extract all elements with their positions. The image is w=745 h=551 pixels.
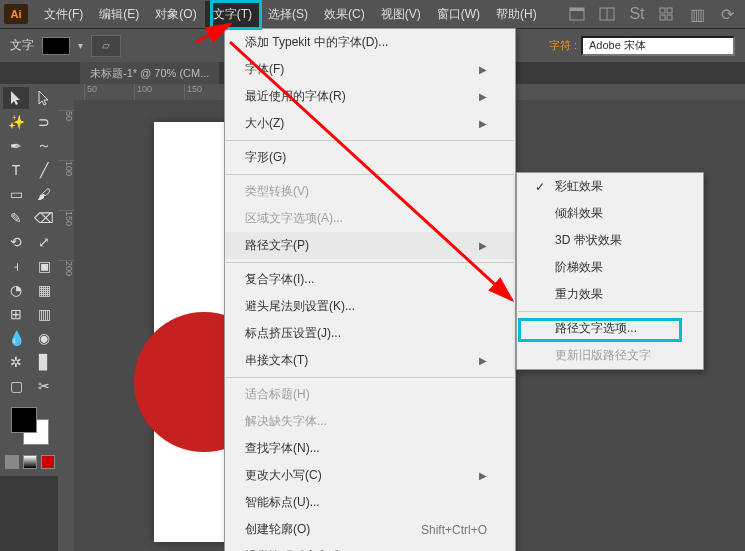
- grid-icon[interactable]: [657, 5, 677, 23]
- document-tab[interactable]: 未标题-1* @ 70% (CM...: [80, 62, 219, 85]
- pencil-tool[interactable]: ✎: [3, 207, 29, 229]
- menu-item-label: 查找字体(N)...: [245, 440, 320, 457]
- submenu-item-label: 彩虹效果: [555, 178, 685, 195]
- ruler-tick: 100: [58, 160, 74, 210]
- menu-item-label: 字体(F): [245, 61, 284, 78]
- menubar-item[interactable]: 窗口(W): [429, 1, 488, 28]
- character-panel-label[interactable]: 字符 :: [549, 38, 577, 53]
- artboard-tool[interactable]: ▢: [3, 375, 29, 397]
- draw-inside[interactable]: [41, 455, 55, 469]
- svg-rect-5: [667, 8, 672, 13]
- menubar-item[interactable]: 选择(S): [260, 1, 316, 28]
- font-family-select[interactable]: [581, 36, 735, 56]
- lasso-tool[interactable]: ⊃: [31, 111, 57, 133]
- menu-separator: [226, 262, 514, 263]
- fill-color[interactable]: [11, 407, 37, 433]
- draw-behind[interactable]: [23, 455, 37, 469]
- menu-item[interactable]: 创建轮廓(O)Shift+Ctrl+O: [225, 516, 515, 543]
- menu-item[interactable]: 标点挤压设置(J)...: [225, 320, 515, 347]
- selection-tool[interactable]: [3, 87, 29, 109]
- width-tool[interactable]: ⫞: [3, 255, 29, 277]
- menubar-item[interactable]: 编辑(E): [91, 1, 147, 28]
- menu-item[interactable]: 视觉边距对齐方式(M): [225, 543, 515, 551]
- stock-icon[interactable]: St: [627, 5, 647, 23]
- perspective-tool[interactable]: ▦: [31, 279, 57, 301]
- draw-normal[interactable]: [5, 455, 19, 469]
- line-tool[interactable]: ╱: [31, 159, 57, 181]
- panel-icon[interactable]: [567, 5, 587, 23]
- curvature-tool[interactable]: ～: [31, 135, 57, 157]
- submenu-item-label: 更新旧版路径文字: [555, 347, 685, 364]
- symbol-sprayer-tool[interactable]: ✲: [3, 351, 29, 373]
- eyedropper-tool[interactable]: 💧: [3, 327, 29, 349]
- svg-rect-6: [660, 15, 665, 20]
- submenu-item[interactable]: 倾斜效果: [517, 200, 703, 227]
- menu-item-label: 最近使用的字体(R): [245, 88, 346, 105]
- menu-item[interactable]: 复合字体(I)...: [225, 266, 515, 293]
- submenu-arrow-icon: ▶: [479, 470, 487, 481]
- menu-item-label: 避头尾法则设置(K)...: [245, 298, 355, 315]
- menubar-item[interactable]: 视图(V): [373, 1, 429, 28]
- svg-rect-1: [570, 8, 584, 11]
- menu-separator: [226, 377, 514, 378]
- sync-icon[interactable]: ⟳: [717, 5, 737, 23]
- settings-icon[interactable]: ▥: [687, 5, 707, 23]
- shape-builder-tool[interactable]: ◔: [3, 279, 29, 301]
- menu-item[interactable]: 大小(Z)▶: [225, 110, 515, 137]
- menubar-item[interactable]: 对象(O): [147, 1, 204, 28]
- mesh-tool[interactable]: ⊞: [3, 303, 29, 325]
- menu-item[interactable]: 查找字体(N)...: [225, 435, 515, 462]
- dropdown-arrow-icon[interactable]: ▾: [78, 40, 83, 51]
- submenu-item[interactable]: 路径文字选项...: [517, 315, 703, 342]
- type-tool[interactable]: T: [3, 159, 29, 181]
- ruler-vertical: 50100150200: [58, 100, 74, 551]
- slice-tool[interactable]: ✂: [31, 375, 57, 397]
- submenu-item-label: 3D 带状效果: [555, 232, 685, 249]
- scale-tool[interactable]: ⤢: [31, 231, 57, 253]
- menu-item[interactable]: 添加 Typekit 中的字体(D)...: [225, 29, 515, 56]
- menubar-item[interactable]: 文字(T): [205, 1, 260, 28]
- submenu-item-label: 阶梯效果: [555, 259, 685, 276]
- menubar-item[interactable]: 帮助(H): [488, 1, 545, 28]
- ruler-tick: 50: [58, 110, 74, 160]
- submenu-item-label: 路径文字选项...: [555, 320, 685, 337]
- eraser-tool[interactable]: ⌫: [31, 207, 57, 229]
- menu-item-label: 类型转换(V): [245, 183, 309, 200]
- menu-item[interactable]: 字形(G): [225, 144, 515, 171]
- svg-rect-4: [660, 8, 665, 13]
- rotate-tool[interactable]: ⟲: [3, 231, 29, 253]
- menu-separator: [226, 140, 514, 141]
- blend-tool[interactable]: ◉: [31, 327, 57, 349]
- menu-item[interactable]: 智能标点(U)...: [225, 489, 515, 516]
- menu-separator: [226, 174, 514, 175]
- column-graph-tool[interactable]: ▊: [31, 351, 57, 373]
- menu-item[interactable]: 更改大小写(C)▶: [225, 462, 515, 489]
- menu-item[interactable]: 路径文字(P)▶: [225, 232, 515, 259]
- magic-wand-tool[interactable]: ✨: [3, 111, 29, 133]
- submenu-item: 更新旧版路径文字: [517, 342, 703, 369]
- stroke-swatch[interactable]: ▱: [91, 35, 121, 57]
- type-menu-dropdown: 添加 Typekit 中的字体(D)...字体(F)▶最近使用的字体(R)▶大小…: [224, 28, 516, 551]
- gradient-tool[interactable]: ▥: [31, 303, 57, 325]
- submenu-arrow-icon: ▶: [479, 91, 487, 102]
- layout-icon[interactable]: [597, 5, 617, 23]
- menu-item[interactable]: 最近使用的字体(R)▶: [225, 83, 515, 110]
- free-transform-tool[interactable]: ▣: [31, 255, 57, 277]
- submenu-item[interactable]: 3D 带状效果: [517, 227, 703, 254]
- menu-item[interactable]: 字体(F)▶: [225, 56, 515, 83]
- paintbrush-tool[interactable]: 🖌: [31, 183, 57, 205]
- direct-selection-tool[interactable]: [31, 87, 57, 109]
- submenu-item[interactable]: ✓彩虹效果: [517, 173, 703, 200]
- menu-item-label: 更改大小写(C): [245, 467, 322, 484]
- menu-item[interactable]: 串接文本(T)▶: [225, 347, 515, 374]
- menubar-item[interactable]: 文件(F): [36, 1, 91, 28]
- submenu-item[interactable]: 重力效果: [517, 281, 703, 308]
- pen-tool[interactable]: ✒: [3, 135, 29, 157]
- fill-color-swatch[interactable]: [42, 37, 70, 55]
- menubar-item[interactable]: 效果(C): [316, 1, 373, 28]
- rectangle-tool[interactable]: ▭: [3, 183, 29, 205]
- menu-item[interactable]: 避头尾法则设置(K)...: [225, 293, 515, 320]
- ruler-tick: 200: [58, 260, 74, 310]
- submenu-item[interactable]: 阶梯效果: [517, 254, 703, 281]
- ruler-tick: 100: [134, 84, 184, 100]
